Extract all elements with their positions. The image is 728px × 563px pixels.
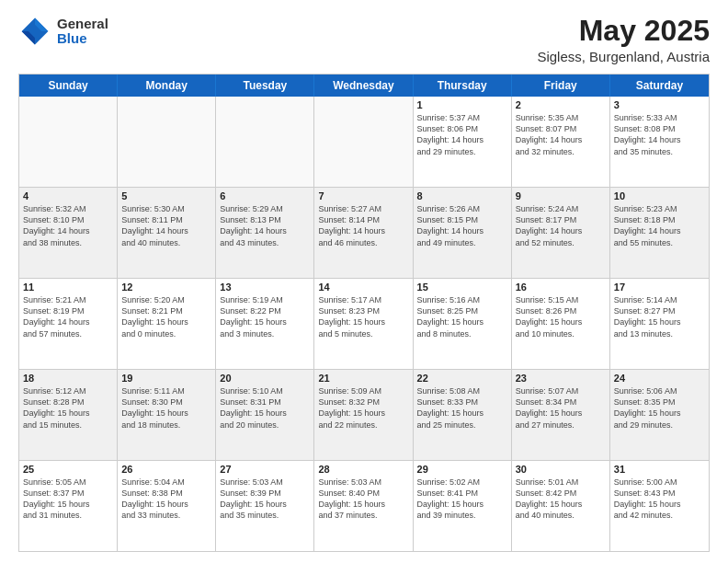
cell-info: Sunrise: 5:05 AM Sunset: 8:37 PM Dayligh… xyxy=(23,477,113,522)
calendar-cell: 26Sunrise: 5:04 AM Sunset: 8:38 PM Dayli… xyxy=(118,461,216,551)
logo-blue: Blue xyxy=(57,31,108,47)
day-number: 27 xyxy=(220,464,310,475)
calendar-cell: 3Sunrise: 5:33 AM Sunset: 8:08 PM Daylig… xyxy=(610,97,709,187)
cell-info: Sunrise: 5:04 AM Sunset: 8:38 PM Dayligh… xyxy=(121,477,211,522)
day-number: 2 xyxy=(516,99,606,110)
cell-info: Sunrise: 5:09 AM Sunset: 8:32 PM Dayligh… xyxy=(318,385,408,431)
calendar-cell: 18Sunrise: 5:12 AM Sunset: 8:28 PM Dayli… xyxy=(19,370,118,460)
cell-info: Sunrise: 5:00 AM Sunset: 8:43 PM Dayligh… xyxy=(614,477,705,522)
calendar-cell: 29Sunrise: 5:02 AM Sunset: 8:41 PM Dayli… xyxy=(414,461,512,551)
day-number: 15 xyxy=(417,282,507,293)
logo-icon xyxy=(18,15,51,48)
calendar-cell: 21Sunrise: 5:09 AM Sunset: 8:32 PM Dayli… xyxy=(314,370,413,460)
calendar-cell: 5Sunrise: 5:30 AM Sunset: 8:11 PM Daylig… xyxy=(118,188,216,278)
cell-info: Sunrise: 5:11 AM Sunset: 8:30 PM Dayligh… xyxy=(121,385,211,431)
calendar-cell: 2Sunrise: 5:35 AM Sunset: 8:07 PM Daylig… xyxy=(512,97,610,187)
title-block: May 2025 Sigless, Burgenland, Austria xyxy=(537,15,710,64)
day-number: 22 xyxy=(417,373,507,384)
calendar-cell xyxy=(216,97,314,187)
calendar-cell: 11Sunrise: 5:21 AM Sunset: 8:19 PM Dayli… xyxy=(19,279,118,369)
logo: General Blue xyxy=(18,15,108,48)
cell-info: Sunrise: 5:16 AM Sunset: 8:25 PM Dayligh… xyxy=(417,294,507,339)
calendar-cell: 9Sunrise: 5:24 AM Sunset: 8:17 PM Daylig… xyxy=(512,188,610,278)
cell-info: Sunrise: 5:02 AM Sunset: 8:41 PM Dayligh… xyxy=(417,477,507,522)
cell-info: Sunrise: 5:17 AM Sunset: 8:23 PM Dayligh… xyxy=(318,294,408,339)
calendar-cell: 14Sunrise: 5:17 AM Sunset: 8:23 PM Dayli… xyxy=(314,279,413,369)
cell-info: Sunrise: 5:37 AM Sunset: 8:06 PM Dayligh… xyxy=(417,112,507,157)
day-number: 11 xyxy=(23,282,113,293)
calendar-row-2: 4Sunrise: 5:32 AM Sunset: 8:10 PM Daylig… xyxy=(19,187,709,278)
calendar-cell: 8Sunrise: 5:26 AM Sunset: 8:15 PM Daylig… xyxy=(414,188,512,278)
calendar-cell: 13Sunrise: 5:19 AM Sunset: 8:22 PM Dayli… xyxy=(216,279,314,369)
day-number: 6 xyxy=(220,190,310,201)
day-number: 29 xyxy=(417,464,507,475)
day-number: 31 xyxy=(614,464,705,475)
header: General Blue May 2025 Sigless, Burgenlan… xyxy=(18,15,710,64)
calendar-cell: 6Sunrise: 5:29 AM Sunset: 8:13 PM Daylig… xyxy=(216,188,314,278)
calendar-row-4: 18Sunrise: 5:12 AM Sunset: 8:28 PM Dayli… xyxy=(19,369,709,460)
cell-info: Sunrise: 5:15 AM Sunset: 8:26 PM Dayligh… xyxy=(516,294,606,339)
cell-info: Sunrise: 5:07 AM Sunset: 8:34 PM Dayligh… xyxy=(516,385,606,431)
cell-info: Sunrise: 5:27 AM Sunset: 8:14 PM Dayligh… xyxy=(318,203,408,248)
logo-text: General Blue xyxy=(57,17,108,47)
day-number: 28 xyxy=(318,464,408,475)
day-number: 23 xyxy=(516,373,606,384)
location-title: Sigless, Burgenland, Austria xyxy=(537,49,710,64)
day-number: 19 xyxy=(121,373,211,384)
day-number: 16 xyxy=(516,282,606,293)
cell-info: Sunrise: 5:26 AM Sunset: 8:15 PM Dayligh… xyxy=(417,203,507,248)
cell-info: Sunrise: 5:14 AM Sunset: 8:27 PM Dayligh… xyxy=(614,294,705,339)
day-number: 17 xyxy=(614,282,705,293)
calendar-cell xyxy=(314,97,413,187)
calendar-cell: 12Sunrise: 5:20 AM Sunset: 8:21 PM Dayli… xyxy=(118,279,216,369)
cell-info: Sunrise: 5:33 AM Sunset: 8:08 PM Dayligh… xyxy=(614,112,705,157)
month-title: May 2025 xyxy=(537,15,710,47)
calendar-cell: 1Sunrise: 5:37 AM Sunset: 8:06 PM Daylig… xyxy=(414,97,512,187)
calendar-cell: 4Sunrise: 5:32 AM Sunset: 8:10 PM Daylig… xyxy=(19,188,118,278)
calendar-header: SundayMondayTuesdayWednesdayThursdayFrid… xyxy=(19,75,709,97)
day-number: 9 xyxy=(516,190,606,201)
day-number: 5 xyxy=(121,190,211,201)
calendar-cell: 25Sunrise: 5:05 AM Sunset: 8:37 PM Dayli… xyxy=(19,461,118,551)
cell-info: Sunrise: 5:32 AM Sunset: 8:10 PM Dayligh… xyxy=(23,203,113,248)
calendar-cell: 20Sunrise: 5:10 AM Sunset: 8:31 PM Dayli… xyxy=(216,370,314,460)
cell-info: Sunrise: 5:03 AM Sunset: 8:40 PM Dayligh… xyxy=(318,477,408,522)
cell-info: Sunrise: 5:24 AM Sunset: 8:17 PM Dayligh… xyxy=(516,203,606,248)
calendar-cell xyxy=(19,97,118,187)
calendar-cell: 23Sunrise: 5:07 AM Sunset: 8:34 PM Dayli… xyxy=(512,370,610,460)
day-number: 24 xyxy=(614,373,705,384)
calendar-cell: 15Sunrise: 5:16 AM Sunset: 8:25 PM Dayli… xyxy=(414,279,512,369)
day-number: 4 xyxy=(23,190,113,201)
calendar-row-3: 11Sunrise: 5:21 AM Sunset: 8:19 PM Dayli… xyxy=(19,278,709,369)
cell-info: Sunrise: 5:06 AM Sunset: 8:35 PM Dayligh… xyxy=(614,385,705,431)
day-number: 30 xyxy=(516,464,606,475)
day-number: 21 xyxy=(318,373,408,384)
cell-info: Sunrise: 5:29 AM Sunset: 8:13 PM Dayligh… xyxy=(220,203,310,248)
page: General Blue May 2025 Sigless, Burgenlan… xyxy=(0,0,728,563)
day-header-saturday: Saturday xyxy=(610,75,709,97)
day-number: 3 xyxy=(614,99,705,110)
cell-info: Sunrise: 5:10 AM Sunset: 8:31 PM Dayligh… xyxy=(220,385,310,431)
calendar-cell: 17Sunrise: 5:14 AM Sunset: 8:27 PM Dayli… xyxy=(610,279,709,369)
logo-general: General xyxy=(57,17,108,32)
calendar-cell: 19Sunrise: 5:11 AM Sunset: 8:30 PM Dayli… xyxy=(118,370,216,460)
calendar-cell: 16Sunrise: 5:15 AM Sunset: 8:26 PM Dayli… xyxy=(512,279,610,369)
calendar: SundayMondayTuesdayWednesdayThursdayFrid… xyxy=(18,74,710,552)
cell-info: Sunrise: 5:03 AM Sunset: 8:39 PM Dayligh… xyxy=(220,477,310,522)
calendar-cell: 27Sunrise: 5:03 AM Sunset: 8:39 PM Dayli… xyxy=(216,461,314,551)
day-number: 18 xyxy=(23,373,113,384)
calendar-cell: 30Sunrise: 5:01 AM Sunset: 8:42 PM Dayli… xyxy=(512,461,610,551)
day-header-wednesday: Wednesday xyxy=(314,75,413,97)
calendar-cell: 28Sunrise: 5:03 AM Sunset: 8:40 PM Dayli… xyxy=(314,461,413,551)
day-number: 13 xyxy=(220,282,310,293)
cell-info: Sunrise: 5:01 AM Sunset: 8:42 PM Dayligh… xyxy=(516,477,606,522)
day-number: 8 xyxy=(417,190,507,201)
day-number: 7 xyxy=(318,190,408,201)
day-number: 26 xyxy=(121,464,211,475)
day-header-monday: Monday xyxy=(118,75,216,97)
calendar-cell: 31Sunrise: 5:00 AM Sunset: 8:43 PM Dayli… xyxy=(610,461,709,551)
calendar-cell: 7Sunrise: 5:27 AM Sunset: 8:14 PM Daylig… xyxy=(314,188,413,278)
cell-info: Sunrise: 5:23 AM Sunset: 8:18 PM Dayligh… xyxy=(614,203,705,248)
day-number: 1 xyxy=(417,99,507,110)
day-header-friday: Friday xyxy=(512,75,610,97)
